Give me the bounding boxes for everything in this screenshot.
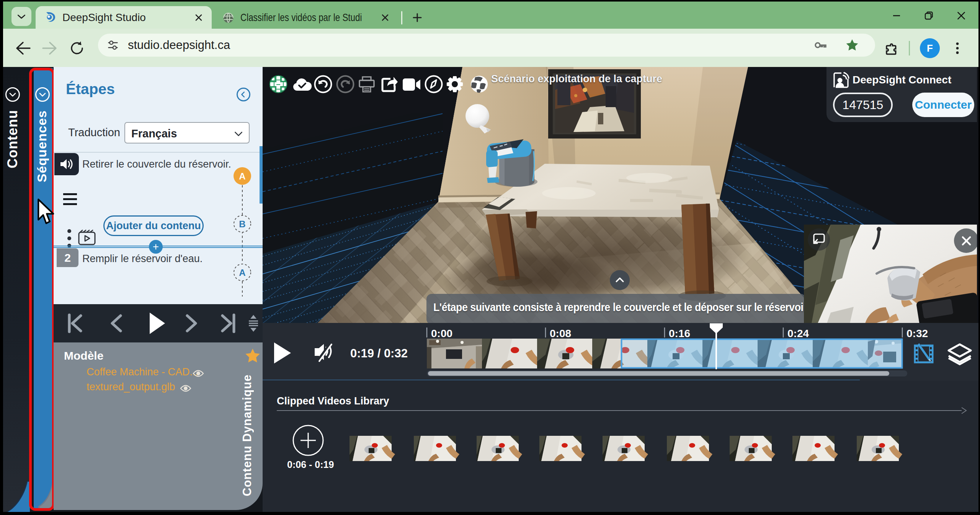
- svg-text:B: B: [239, 219, 245, 229]
- svg-text:A: A: [239, 171, 245, 181]
- svg-text:0:06 - 0:19: 0:06 - 0:19: [287, 459, 334, 470]
- svg-text:A: A: [239, 267, 245, 278]
- svg-text:Clipped Videos Library: Clipped Videos Library: [277, 395, 389, 407]
- svg-text:0:16: 0:16: [669, 328, 690, 339]
- svg-text:0:08: 0:08: [550, 328, 571, 339]
- svg-text:0:00: 0:00: [431, 328, 452, 339]
- svg-text:0:32: 0:32: [906, 328, 928, 339]
- svg-text:0:24: 0:24: [787, 328, 809, 339]
- svg-text:0:19 / 0:32: 0:19 / 0:32: [350, 347, 408, 360]
